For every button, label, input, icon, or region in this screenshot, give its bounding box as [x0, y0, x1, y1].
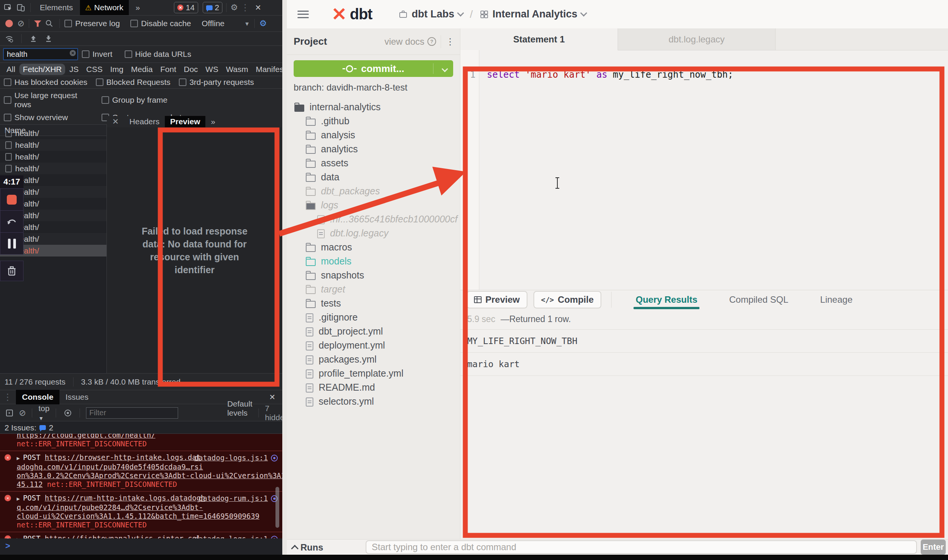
tree-item-assets[interactable]: assets: [287, 156, 460, 171]
tree-item-models[interactable]: models: [287, 255, 460, 269]
type-pill-doc[interactable]: Doc: [180, 64, 201, 75]
column-header[interactable]: MY_LIFE_RIGHT_NOW_TBH: [467, 336, 577, 346]
filter-check-blocked-requests[interactable]: Blocked Requests: [96, 78, 171, 87]
console-source-link[interactable]: datadog-logs.js:1: [194, 454, 268, 462]
drawer-menu-icon[interactable]: ⋮: [3, 392, 12, 402]
type-pill-media[interactable]: Media: [128, 64, 156, 75]
option-check-show-overview[interactable]: Show overview: [4, 113, 93, 122]
type-pill-ws[interactable]: WS: [202, 64, 222, 75]
tab-compiled-sql[interactable]: Compiled SQL: [729, 290, 788, 309]
type-pill-img[interactable]: Img: [107, 64, 127, 75]
tab-lineage[interactable]: Lineage: [820, 290, 853, 309]
close-devtools-icon[interactable]: ✕: [252, 2, 264, 13]
network-filter-input[interactable]: [3, 48, 78, 60]
type-pill-css[interactable]: CSS: [83, 64, 106, 75]
context-select[interactable]: top ▼: [38, 404, 49, 422]
throttling-dropdown-icon[interactable]: ▼: [244, 20, 250, 27]
tab-elements[interactable]: Elements: [34, 0, 78, 15]
more-detail-tabs-button[interactable]: »: [205, 116, 221, 127]
tree-item-analysis[interactable]: analysis: [287, 128, 460, 142]
tree-item-logs[interactable]: logs: [287, 199, 460, 213]
tab-preview[interactable]: Preview: [165, 116, 205, 127]
import-har-icon[interactable]: [28, 33, 39, 44]
hide-data-urls-checkbox[interactable]: Hide data URLs: [125, 50, 191, 59]
view-docs-link[interactable]: view docs ?: [385, 36, 436, 47]
tree-item-github[interactable]: .github: [287, 114, 460, 128]
tab-query-results[interactable]: Query Results: [636, 290, 698, 309]
tab-issues[interactable]: Issues: [59, 390, 95, 404]
export-har-icon[interactable]: [43, 33, 54, 44]
preserve-log-checkbox[interactable]: Preserve log: [64, 19, 120, 28]
tree-item-dbt-log-legacy[interactable]: dbt.log.legacy: [287, 227, 460, 241]
disable-cache-checkbox[interactable]: Disable cache: [130, 19, 191, 28]
delete-recording-button[interactable]: [0, 261, 23, 281]
tree-item-selectors-yml[interactable]: selectors.yml: [287, 395, 460, 409]
enter-button[interactable]: Enter: [921, 540, 946, 555]
invert-checkbox[interactable]: Invert: [82, 50, 113, 59]
console-scrollbar[interactable]: [275, 487, 279, 528]
inspect-icon[interactable]: [2, 2, 14, 13]
tree-item-data[interactable]: data: [287, 171, 460, 185]
commit-dropdown-icon[interactable]: [442, 66, 448, 72]
network-settings-gear-icon[interactable]: ⚙: [259, 19, 267, 28]
runs-toggle[interactable]: Runs: [292, 542, 323, 553]
tab-statement-1[interactable]: Statement 1: [460, 28, 618, 50]
tab-headers[interactable]: Headers: [124, 116, 165, 127]
dbt-command-input[interactable]: [366, 540, 917, 554]
search-icon[interactable]: [44, 18, 55, 29]
network-request-row[interactable]: health/: [0, 127, 106, 139]
account-switcher[interactable]: dbt Labs: [399, 8, 463, 20]
preview-button[interactable]: Preview: [466, 291, 527, 308]
tab-dbt-log-legacy[interactable]: dbt.log.legacy: [618, 28, 776, 50]
network-request-row[interactable]: health/: [0, 163, 106, 174]
type-pill-fetch-xhr[interactable]: Fetch/XHR: [19, 64, 65, 75]
tab-network[interactable]: ⚠ Network: [80, 0, 129, 15]
help-icon[interactable]: ?: [427, 37, 436, 46]
project-switcher[interactable]: Internal Analytics: [480, 8, 586, 20]
tree-item-deployment-yml[interactable]: deployment.yml: [287, 339, 460, 353]
console-prompt-icon[interactable]: >: [5, 541, 10, 551]
filter-check-has-blocked-cookies[interactable]: Has blocked cookies: [4, 78, 88, 87]
network-request-row[interactable]: health/: [0, 151, 106, 163]
type-pill-js[interactable]: JS: [66, 64, 82, 75]
tree-item-dbt-project-yml[interactable]: dbt_project.yml: [287, 325, 460, 339]
tree-item-profile-template-yml[interactable]: profile_template.yml: [287, 367, 460, 381]
close-detail-icon[interactable]: ✕: [107, 116, 124, 127]
live-expression-icon[interactable]: [62, 408, 74, 418]
tree-item-dbt-packages[interactable]: dbt_packages: [287, 185, 460, 199]
clear-filter-icon[interactable]: ✕: [70, 50, 76, 56]
settings-gear-icon[interactable]: ⚙: [230, 3, 238, 12]
more-tabs-button[interactable]: »: [130, 0, 145, 15]
filter-funnel-icon[interactable]: [34, 20, 41, 27]
tree-item-analytics[interactable]: analytics: [287, 142, 460, 156]
panel-divider[interactable]: [282, 0, 287, 555]
console-source-link[interactable]: datadog-logs.js:1: [194, 535, 268, 538]
network-request-row[interactable]: health/: [0, 139, 106, 151]
error-count-badge[interactable]: ✕ 14: [174, 2, 198, 13]
sidebar-menu-icon[interactable]: ⋮: [446, 36, 455, 47]
close-drawer-icon[interactable]: ✕: [269, 393, 279, 402]
issues-bar[interactable]: 2 Issues: 2: [0, 422, 282, 434]
type-pill-font[interactable]: Font: [157, 64, 180, 75]
stop-recording-button[interactable]: [0, 189, 23, 211]
tab-console[interactable]: Console: [16, 390, 59, 404]
tree-item-tests[interactable]: tests: [287, 297, 460, 311]
console-sidebar-icon[interactable]: [4, 408, 15, 418]
device-toolbar-icon[interactable]: [15, 2, 27, 13]
tree-item-readme-md[interactable]: README.md: [287, 381, 460, 395]
tree-item-snapshots[interactable]: snapshots: [287, 269, 460, 283]
network-conditions-icon[interactable]: [4, 33, 15, 44]
hamburger-menu-icon[interactable]: [297, 11, 309, 18]
type-pill-wasm[interactable]: Wasm: [222, 64, 252, 75]
option-check-group-by-frame[interactable]: Group by frame: [102, 91, 270, 109]
commit-button[interactable]: commit...: [294, 60, 453, 77]
throttling-select[interactable]: Offline: [202, 19, 224, 28]
type-pill-all[interactable]: All: [3, 64, 19, 75]
issue-count-badge[interactable]: 2: [203, 2, 223, 13]
pause-recording-button[interactable]: [0, 233, 23, 254]
tree-item-packages-yml[interactable]: packages.yml: [287, 353, 460, 367]
devtools-menu-icon[interactable]: ⋮: [239, 2, 251, 13]
compile-button[interactable]: </> Compile: [533, 291, 601, 308]
clear-icon[interactable]: ⊘: [17, 19, 24, 28]
tree-item-macros[interactable]: macros: [287, 241, 460, 255]
